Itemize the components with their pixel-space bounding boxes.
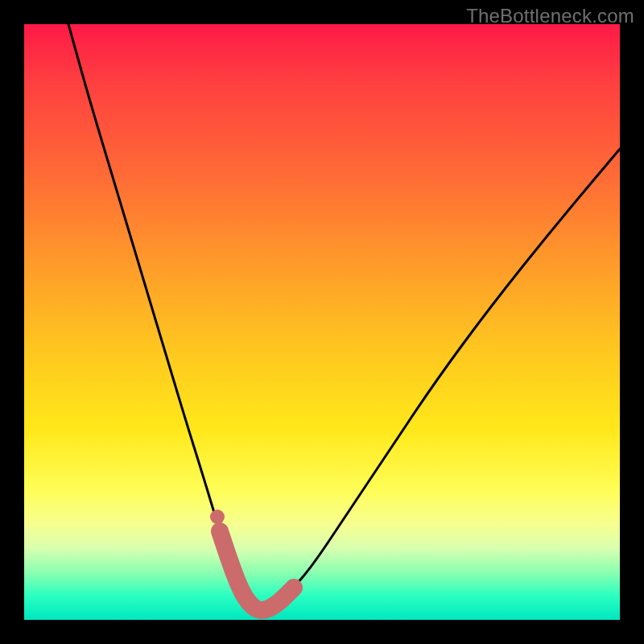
chart-frame: TheBottleneck.com (0, 0, 644, 644)
bottleneck-curve (68, 24, 620, 610)
curve-svg (24, 24, 620, 620)
highlighted-segment (220, 531, 294, 610)
highlighted-dot (210, 510, 225, 524)
plot-area (24, 24, 620, 620)
